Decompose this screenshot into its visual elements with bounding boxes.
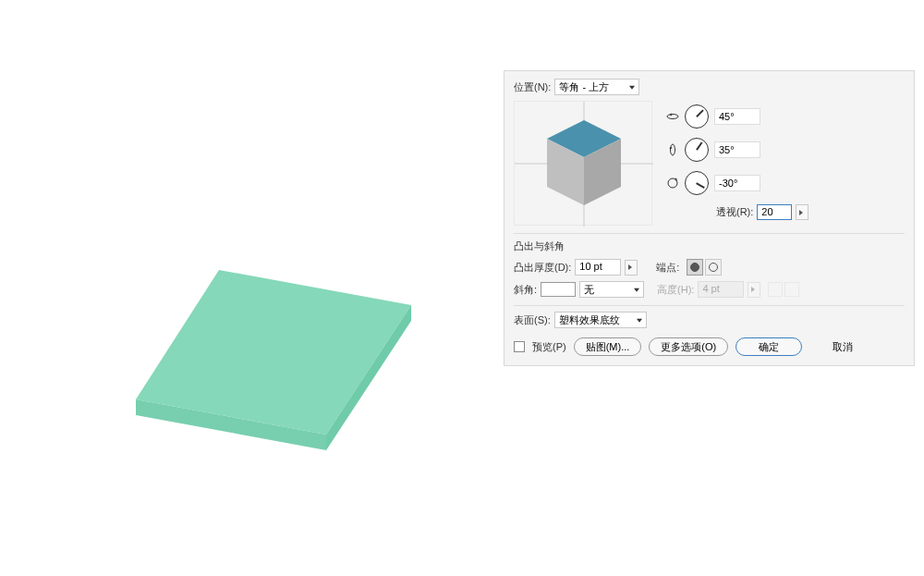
extrude-section-title: 凸出与斜角 [514, 239, 905, 253]
surface-label: 表面(S): [514, 313, 551, 327]
position-value: 等角 - 上方 [559, 80, 609, 94]
more-options-button[interactable]: 更多选项(O) [649, 337, 728, 356]
rotate-y-value[interactable]: 35° [714, 141, 760, 158]
divider [514, 233, 905, 234]
map-art-button[interactable]: 贴图(M)... [574, 337, 642, 356]
perspective-label: 透视(R): [716, 205, 753, 219]
rotate-z-icon [666, 177, 679, 190]
svg-point-8 [667, 115, 678, 119]
rotate-y-dial[interactable] [685, 138, 709, 162]
rotate-x-value[interactable]: 45° [714, 108, 760, 125]
bevel-value: 无 [584, 283, 594, 297]
preview-label: 预览(P) [532, 340, 566, 354]
height-input: 4 pt [698, 281, 744, 298]
surface-value: 塑料效果底纹 [559, 313, 620, 327]
cap-label: 端点: [656, 261, 679, 275]
extrude-depth-spinner[interactable] [625, 260, 638, 276]
cap-on-button[interactable] [687, 259, 703, 276]
ok-button[interactable]: 确定 [736, 337, 802, 356]
extrude-depth-input[interactable]: 10 pt [575, 259, 621, 276]
preview-checkbox[interactable] [514, 341, 525, 352]
height-spinner [748, 282, 760, 298]
rotate-y-icon [666, 143, 679, 156]
perspective-input[interactable]: 20 [757, 204, 792, 220]
bevel-label: 斜角: [514, 283, 537, 297]
surface-select[interactable]: 塑料效果底纹 [554, 312, 647, 328]
cube-preview[interactable] [514, 101, 652, 226]
bevel-select[interactable]: 无 [579, 281, 644, 298]
bevel-in-icon [768, 282, 783, 297]
rotation-controls: 45° 35° -30° 透视(R): 20 [666, 101, 905, 226]
svg-point-9 [671, 144, 675, 155]
divider-2 [514, 305, 905, 306]
perspective-spinner[interactable] [796, 204, 808, 220]
extrude-bevel-dialog: 位置(N): 等角 - 上方 45° [504, 70, 915, 366]
extrude-depth-label: 凸出厚度(D): [514, 261, 571, 275]
position-select[interactable]: 等角 - 上方 [554, 79, 639, 95]
bevel-out-icon [784, 282, 799, 297]
rotate-z-value[interactable]: -30° [714, 175, 760, 191]
height-label: 高度(H): [657, 283, 694, 297]
rotate-x-dial[interactable] [685, 104, 709, 129]
rotate-z-dial[interactable] [685, 171, 709, 195]
extruded-shape [134, 268, 420, 473]
position-label: 位置(N): [514, 80, 551, 94]
canvas-area [0, 0, 499, 576]
cap-off-button[interactable] [705, 259, 722, 276]
bevel-swatch [541, 282, 576, 297]
cancel-button[interactable]: 取消 [809, 337, 876, 356]
rotate-x-icon [666, 110, 679, 123]
